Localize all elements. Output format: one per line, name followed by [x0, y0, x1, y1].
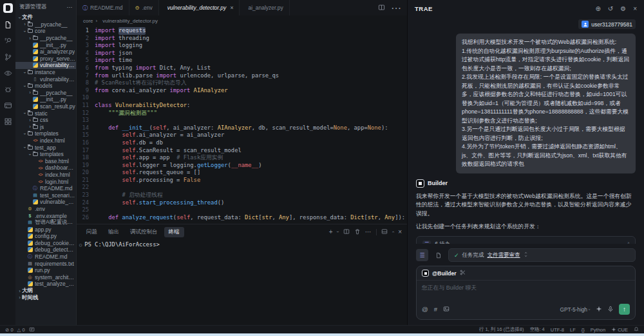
run-debug-icon[interactable]	[3, 68, 12, 77]
explorer-icon[interactable]	[3, 20, 12, 29]
code-editor[interactable]: 1import requests2import threading3import…	[77, 26, 407, 224]
tree-item[interactable]: ▤智谱AI配置说明.md	[15, 219, 76, 226]
status-item[interactable]: 空格: 4	[529, 326, 544, 333]
terminal[interactable]: ○PS C:\QJD\AiForAccess>	[77, 239, 407, 325]
ports-icon[interactable]	[29, 326, 35, 333]
split-editor-icon[interactable]	[378, 2, 385, 14]
tree-item[interactable]: <>index.html	[15, 172, 76, 179]
errors-indicator[interactable]: ⊘ 0	[5, 327, 14, 333]
tree-item[interactable]: ›__pycache__	[15, 21, 76, 28]
editor-tab[interactable]: ⚙.env	[129, 0, 159, 15]
new-terminal-icon[interactable]: +	[329, 228, 333, 235]
tree-item[interactable]: ›templates	[15, 151, 76, 158]
tree-item[interactable]: ▤requirements.txt	[15, 260, 76, 267]
tree-item[interactable]: scan_result.py	[15, 103, 76, 110]
tree-item[interactable]: proxy_server.py	[15, 55, 76, 63]
status-item[interactable]: Python	[591, 327, 605, 333]
kill-terminal-icon[interactable]	[354, 228, 361, 236]
panel-more-icon[interactable]: ⋯	[365, 228, 372, 235]
tree-item[interactable]: ▤test_scenarios.md	[15, 192, 76, 199]
task-list-button[interactable]: ☰	[416, 249, 428, 261]
tree-item[interactable]: ›js	[15, 124, 76, 131]
sparkle-icon[interactable]	[596, 306, 602, 313]
settings-gear-icon[interactable]: ⚙	[620, 5, 626, 12]
image-attach-icon[interactable]	[443, 306, 450, 313]
tree-item[interactable]: ›test_app	[15, 144, 76, 151]
notifications-bell-icon[interactable]	[634, 326, 639, 333]
editor-tab[interactable]: ai_analyzer.py	[240, 0, 289, 15]
agent-chip[interactable]: @Builder	[417, 266, 635, 281]
tree-item[interactable]: <>dashboard.html	[15, 164, 76, 172]
breadcrumb-item[interactable]: vulnerability_detector.py	[102, 18, 158, 24]
extensions-icon[interactable]	[3, 117, 12, 126]
tree-item[interactable]: ›__pycache__	[15, 90, 76, 97]
close-panel-icon[interactable]: ×	[633, 5, 637, 12]
tree-item[interactable]: ›时间线	[15, 294, 76, 301]
send-button[interactable]: ↑	[619, 304, 630, 315]
panel-tab[interactable]: 输出	[104, 227, 124, 237]
tree-item[interactable]: vulnerability_detect...	[15, 62, 76, 69]
panel-tab[interactable]: 终端	[164, 227, 184, 237]
editor-tab[interactable]: vulnerability_detector.py×	[159, 0, 240, 15]
tree-item[interactable]: ⓘREADME.md	[15, 253, 76, 261]
panel-tab[interactable]: 问题	[82, 227, 102, 237]
cue-indicator[interactable]: CUE	[611, 327, 628, 333]
breadcrumb-item[interactable]: core	[83, 18, 93, 24]
split-terminal-icon[interactable]	[343, 228, 350, 236]
history-icon[interactable]: ↺	[608, 5, 613, 12]
tree-item[interactable]: ›文件	[15, 14, 76, 21]
tree-item[interactable]: __init__.py	[15, 96, 76, 103]
sidebar-more-icon[interactable]: ⋯	[67, 4, 73, 10]
tree-item[interactable]: __init__.py	[15, 41, 76, 48]
maximize-panel-icon[interactable]: ›	[390, 231, 395, 232]
mic-icon[interactable]	[607, 306, 614, 313]
review-files-link[interactable]: 文件需要审查	[488, 252, 520, 259]
tree-item[interactable]: ›core	[15, 28, 76, 35]
close-tab-icon[interactable]: ×	[230, 5, 233, 11]
tree-item[interactable]: ⚙.env	[15, 206, 76, 213]
breadcrumb[interactable]: core›vulnerability_detector.py	[77, 15, 407, 26]
tree-item[interactable]: ›instance	[15, 69, 76, 76]
editor-tab[interactable]: ⓘREADME.md	[77, 0, 129, 15]
tree-item[interactable]: ›static	[15, 110, 76, 117]
tree-item[interactable]: ▯vulnerability_scann...	[15, 75, 76, 83]
tree-item[interactable]: ai_analyzer.py	[15, 48, 76, 55]
new-chat-icon[interactable]: ⊕	[595, 5, 600, 12]
status-item[interactable]: UTF-8	[551, 327, 564, 333]
model-selector[interactable]: GPT-5-high ›	[560, 306, 591, 313]
status-item[interactable]: LF	[570, 327, 576, 333]
tree-item[interactable]: ›大纲	[15, 288, 76, 295]
tree-item[interactable]: ◎system_architecture_d...	[15, 274, 76, 281]
mention-icon[interactable]: @	[422, 306, 428, 313]
tree-item[interactable]: app.py	[15, 226, 76, 233]
panel-layout-icon[interactable]	[381, 228, 388, 236]
tree-item[interactable]: ›templates	[15, 130, 76, 137]
tree-item[interactable]: <>login.html	[15, 178, 76, 185]
scissors-icon[interactable]	[460, 270, 466, 277]
tree-item[interactable]: <>index.html	[15, 137, 76, 144]
tree-item[interactable]: ⓘREADME.md	[15, 185, 76, 192]
tree-item[interactable]: config.py	[15, 233, 76, 240]
editor-more-icon[interactable]: ⋯	[391, 2, 401, 14]
source-control-icon[interactable]	[3, 52, 12, 61]
updown-icon[interactable]	[524, 252, 529, 259]
remote-window-icon[interactable]	[3, 101, 12, 110]
search-icon[interactable]	[3, 36, 12, 45]
tree-item[interactable]: ›__pycache__	[15, 35, 76, 42]
tree-item[interactable]: debug_cookie_detecti...	[15, 240, 76, 247]
debug-icon[interactable]	[3, 84, 12, 94]
tree-item[interactable]: test_analyze_paramet...	[15, 281, 76, 288]
close-panel-icon[interactable]: ×	[398, 228, 402, 235]
tree-item[interactable]: $.env.example	[15, 212, 76, 219]
tree-item[interactable]: vulnerable_app.py	[15, 199, 76, 206]
panel-tab[interactable]: 调试控制台	[126, 227, 162, 237]
app-logo[interactable]	[3, 3, 13, 13]
status-item[interactable]: 行 1, 列 16 (已选择8)	[479, 326, 524, 333]
tree-item[interactable]: ›models	[15, 83, 76, 90]
changed-files-button[interactable]	[432, 249, 444, 261]
tree-item[interactable]: <>base.html	[15, 157, 76, 164]
hash-icon[interactable]: #	[434, 306, 437, 313]
status-item[interactable]: {}	[582, 327, 585, 333]
tree-item[interactable]: run.py	[15, 267, 76, 274]
terminal-dropdown-icon[interactable]: ›	[336, 231, 340, 232]
